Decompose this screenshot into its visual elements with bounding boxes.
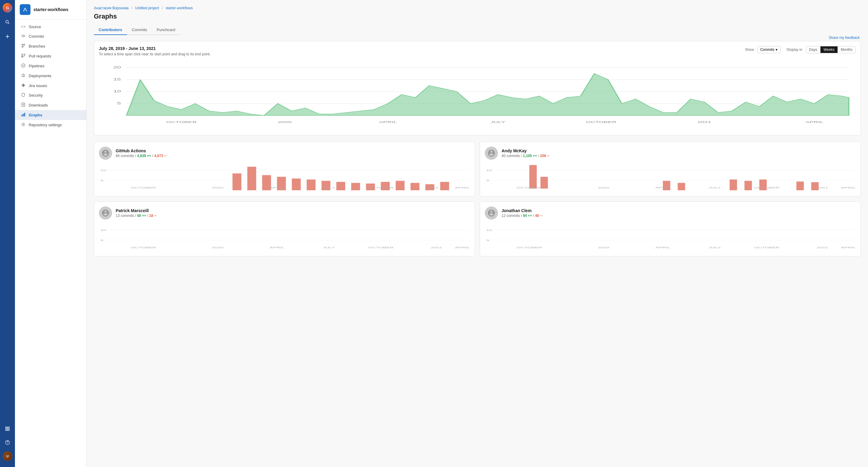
sidebar-item-downloads[interactable]: Downloads (15, 100, 86, 110)
help-icon[interactable] (3, 438, 12, 447)
add-icon[interactable] (3, 32, 12, 41)
pull-requests-icon (21, 54, 26, 59)
avatar-2 (99, 206, 112, 220)
avatar-3 (485, 206, 498, 220)
svg-rect-10 (5, 430, 7, 431)
svg-text:APRIL: APRIL (455, 186, 470, 189)
svg-rect-28 (22, 103, 25, 107)
svg-rect-31 (22, 115, 23, 116)
svg-text:5: 5 (100, 239, 103, 242)
svg-line-1 (8, 23, 9, 24)
chart-svg: 20 15 10 5 OCTOBER 2020 APRIL JULY OCTOB… (99, 65, 856, 130)
svg-text:APRIL: APRIL (270, 246, 285, 249)
breadcrumb-user[interactable]: Анастасия Воронова (94, 6, 128, 10)
tab-punchcard[interactable]: Punchcard (152, 25, 180, 35)
svg-text:APRIL: APRIL (655, 186, 671, 189)
contributor-name-3: Jonathan Clem (501, 208, 542, 213)
repo-name: starter-workflows (33, 7, 68, 12)
deployments-icon (21, 73, 26, 78)
contributor-card-2: Patrick Marsceill 13 commits / 68 ++ / 1… (94, 201, 475, 256)
svg-rect-84 (678, 183, 685, 190)
sidebar-item-repo-settings[interactable]: Repository settings (15, 120, 86, 130)
main-chart[interactable]: 20 15 10 5 OCTOBER 2020 APRIL JULY OCTOB… (99, 65, 856, 130)
svg-rect-7 (5, 428, 7, 429)
search-icon[interactable] (3, 17, 12, 27)
svg-rect-55 (232, 174, 242, 190)
repo-icon (20, 4, 30, 15)
svg-text:5: 5 (486, 179, 489, 182)
pipelines-icon (21, 63, 26, 68)
repo-settings-icon (21, 122, 26, 127)
show-dropdown[interactable]: Commits ▾ (757, 46, 780, 53)
sidebar-item-pull-requests[interactable]: Pull requests (15, 51, 86, 61)
svg-rect-5 (7, 427, 8, 428)
svg-text:OCTOBER: OCTOBER (368, 186, 394, 189)
svg-rect-69 (440, 182, 449, 190)
sidebar-item-security[interactable]: Security (15, 90, 86, 100)
svg-text:15: 15 (113, 78, 121, 81)
contributor-card-3: Jonathan Clem 12 commits / 94 ++ / 46 --… (480, 201, 861, 256)
share-feedback-link[interactable]: Share my feedback (829, 34, 860, 40)
svg-text:20: 20 (113, 66, 121, 69)
svg-text:5: 5 (486, 239, 489, 242)
svg-text:10: 10 (100, 229, 106, 232)
svg-rect-85 (730, 179, 737, 190)
mini-chart-0: 10 5 (99, 163, 470, 190)
svg-text:5: 5 (100, 179, 103, 182)
tab-commits[interactable]: Commits (127, 25, 152, 35)
icon-bar: G U (0, 0, 15, 467)
sidebar: starter-workflows <> Source Commits Bran… (15, 0, 87, 467)
deletions-0: 4,673 -- (154, 154, 166, 158)
sidebar-item-jira[interactable]: Jira issues (15, 81, 86, 90)
app-logo[interactable]: G (3, 3, 12, 12)
breadcrumb-project[interactable]: Untitled project (135, 6, 159, 10)
tab-contributors[interactable]: Contributors (94, 25, 127, 35)
svg-text:APRIL: APRIL (655, 246, 671, 249)
sidebar-item-commits[interactable]: Commits (15, 31, 86, 41)
svg-text:2021: 2021 (816, 246, 828, 249)
top-icons: G (3, 3, 12, 419)
svg-text:2020: 2020 (598, 246, 610, 249)
deletions-2: 18 -- (149, 213, 157, 218)
display-months[interactable]: Months (838, 47, 856, 53)
svg-text:10: 10 (113, 90, 121, 93)
svg-text:JULY: JULY (323, 246, 335, 249)
commits-count-1: 40 commits / (501, 154, 523, 158)
grid-icon[interactable] (3, 424, 12, 434)
breadcrumb-repo[interactable]: starter-workflows (165, 6, 193, 10)
user-avatar[interactable]: U (3, 451, 12, 461)
svg-point-14 (7, 443, 7, 444)
svg-rect-86 (745, 181, 752, 191)
sidebar-item-pipelines[interactable]: Pipelines (15, 61, 86, 71)
commits-icon (21, 34, 26, 39)
svg-text:APRIL: APRIL (270, 186, 285, 189)
svg-point-0 (6, 20, 8, 23)
deletions-1: 208 -- (540, 154, 549, 158)
contributor-stats-2: 13 commits / 68 ++ / 18 -- (116, 213, 157, 218)
sidebar-item-deployments[interactable]: Deployments (15, 71, 86, 81)
svg-text:2021: 2021 (816, 186, 828, 189)
additions-3: 94 ++ (523, 213, 532, 218)
svg-text:OCTOBER: OCTOBER (131, 246, 156, 249)
display-days[interactable]: Days (806, 47, 820, 53)
svg-rect-81 (529, 165, 537, 189)
sidebar-item-source[interactable]: <> Source (15, 22, 86, 31)
contributor-header-0: GitHub Actions 66 commits / 4,839 ++ / 4… (99, 147, 470, 160)
svg-text:APRIL: APRIL (379, 121, 397, 123)
sidebar-item-graphs[interactable]: Graphs (15, 110, 86, 120)
contributor-header-2: Patrick Marsceill 13 commits / 68 ++ / 1… (99, 206, 470, 220)
contributor-info-2: Patrick Marsceill 13 commits / 68 ++ / 1… (116, 208, 157, 218)
sidebar-item-branches[interactable]: Branches (15, 41, 86, 51)
contributor-info-0: GitHub Actions 66 commits / 4,839 ++ / 4… (116, 148, 166, 158)
contributor-card-1: Andy McKay 40 commits / 1,105 ++ / 208 -… (480, 142, 861, 197)
commits-count-2: 13 commits / (116, 213, 137, 218)
contributor-stats-1: 40 commits / 1,105 ++ / 208 -- (501, 154, 549, 158)
sidebar-item-label-deployments: Deployments (29, 74, 52, 78)
sidebar-item-label-branches: Branches (29, 44, 45, 49)
tabs: Contributors Commits Punchcard (94, 25, 180, 35)
date-range: July 28, 2019 - June 13, 2021 (99, 46, 211, 51)
page-title: Graphs (94, 12, 861, 20)
deletions-3: 46 -- (535, 213, 542, 218)
chart-top-row: July 28, 2019 - June 13, 2021 To select … (99, 46, 856, 61)
display-weeks[interactable]: Weeks (820, 47, 838, 53)
